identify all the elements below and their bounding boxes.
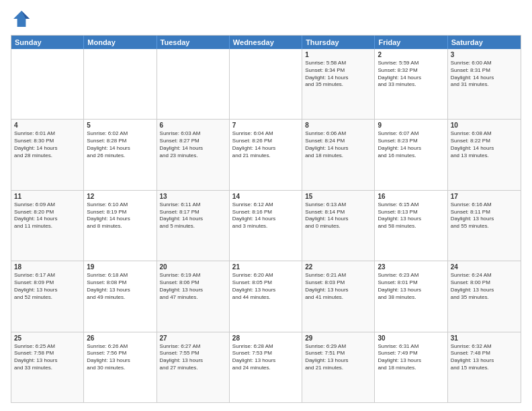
cell-info: Sunrise: 6:07 AM Sunset: 8:23 PM Dayligh… [378, 130, 444, 159]
page: SundayMondayTuesdayWednesdayThursdayFrid… [0, 0, 532, 411]
day-number: 23 [378, 263, 444, 271]
day-number: 12 [87, 193, 153, 200]
cal-cell-day-3: 3Sunrise: 6:00 AM Sunset: 8:31 PM Daylig… [448, 49, 521, 119]
cell-info: Sunrise: 6:04 AM Sunset: 8:26 PM Dayligh… [232, 130, 299, 159]
cell-info: Sunrise: 6:08 AM Sunset: 8:22 PM Dayligh… [451, 130, 518, 159]
day-number: 31 [451, 334, 518, 342]
cell-info: Sunrise: 6:19 AM Sunset: 8:06 PM Dayligh… [160, 272, 226, 301]
header-day-sunday: Sunday [11, 36, 84, 49]
day-number: 4 [14, 122, 81, 129]
header-day-tuesday: Tuesday [157, 36, 230, 49]
cal-cell-day-1: 1Sunrise: 5:58 AM Sunset: 8:34 PM Daylig… [302, 49, 375, 119]
cell-info: Sunrise: 6:17 AM Sunset: 8:09 PM Dayligh… [14, 272, 81, 301]
cell-info: Sunrise: 6:28 AM Sunset: 7:53 PM Dayligh… [232, 343, 299, 372]
day-number: 13 [160, 193, 226, 200]
day-number: 9 [378, 122, 444, 129]
cal-cell-day-23: 23Sunrise: 6:23 AM Sunset: 8:01 PM Dayli… [375, 261, 447, 331]
cal-cell-day-24: 24Sunrise: 6:24 AM Sunset: 8:00 PM Dayli… [448, 261, 521, 331]
cell-info: Sunrise: 6:31 AM Sunset: 7:49 PM Dayligh… [378, 343, 444, 372]
cell-info: Sunrise: 6:16 AM Sunset: 8:11 PM Dayligh… [451, 201, 518, 230]
day-number: 20 [160, 263, 226, 271]
cal-cell-empty [84, 49, 157, 119]
cal-cell-day-12: 12Sunrise: 6:10 AM Sunset: 8:19 PM Dayli… [84, 191, 157, 261]
calendar-row-3: 18Sunrise: 6:17 AM Sunset: 8:09 PM Dayli… [11, 261, 521, 332]
cell-info: Sunrise: 6:25 AM Sunset: 7:58 PM Dayligh… [14, 343, 81, 372]
cal-cell-empty [230, 49, 302, 119]
cal-cell-day-29: 29Sunrise: 6:29 AM Sunset: 7:51 PM Dayli… [302, 332, 375, 402]
cal-cell-day-2: 2Sunrise: 5:59 AM Sunset: 8:32 PM Daylig… [375, 49, 447, 119]
calendar-row-4: 25Sunrise: 6:25 AM Sunset: 7:58 PM Dayli… [11, 332, 521, 402]
header-day-thursday: Thursday [302, 36, 375, 49]
cal-cell-day-19: 19Sunrise: 6:18 AM Sunset: 8:08 PM Dayli… [84, 261, 157, 331]
cell-info: Sunrise: 6:15 AM Sunset: 8:13 PM Dayligh… [378, 201, 444, 230]
cell-info: Sunrise: 6:06 AM Sunset: 8:24 PM Dayligh… [305, 130, 371, 159]
cal-cell-day-27: 27Sunrise: 6:27 AM Sunset: 7:55 PM Dayli… [157, 332, 230, 402]
day-number: 1 [305, 51, 371, 58]
day-number: 6 [160, 122, 226, 129]
cal-cell-day-6: 6Sunrise: 6:03 AM Sunset: 8:27 PM Daylig… [157, 120, 230, 189]
cell-info: Sunrise: 6:13 AM Sunset: 8:14 PM Dayligh… [305, 201, 371, 230]
day-number: 21 [232, 263, 299, 271]
day-number: 10 [451, 122, 518, 129]
cal-cell-day-7: 7Sunrise: 6:04 AM Sunset: 8:26 PM Daylig… [230, 120, 302, 189]
day-number: 19 [87, 263, 153, 271]
day-number: 24 [451, 263, 518, 271]
logo [11, 8, 35, 30]
calendar-body: 1Sunrise: 5:58 AM Sunset: 8:34 PM Daylig… [11, 49, 521, 402]
cell-info: Sunrise: 6:32 AM Sunset: 7:48 PM Dayligh… [451, 343, 518, 372]
day-number: 26 [87, 334, 153, 342]
day-number: 8 [305, 122, 371, 129]
cal-cell-day-10: 10Sunrise: 6:08 AM Sunset: 8:22 PM Dayli… [448, 120, 521, 189]
cal-cell-day-11: 11Sunrise: 6:09 AM Sunset: 8:20 PM Dayli… [11, 191, 84, 261]
cell-info: Sunrise: 6:21 AM Sunset: 8:03 PM Dayligh… [305, 272, 371, 301]
day-number: 3 [451, 51, 518, 58]
header-day-saturday: Saturday [448, 36, 521, 49]
cell-info: Sunrise: 6:12 AM Sunset: 8:16 PM Dayligh… [232, 201, 299, 230]
cell-info: Sunrise: 6:09 AM Sunset: 8:20 PM Dayligh… [14, 201, 81, 230]
cal-cell-day-21: 21Sunrise: 6:20 AM Sunset: 8:05 PM Dayli… [230, 261, 302, 331]
cal-cell-day-28: 28Sunrise: 6:28 AM Sunset: 7:53 PM Dayli… [230, 332, 302, 402]
cell-info: Sunrise: 6:03 AM Sunset: 8:27 PM Dayligh… [160, 130, 226, 159]
cal-cell-day-31: 31Sunrise: 6:32 AM Sunset: 7:48 PM Dayli… [448, 332, 521, 402]
logo-icon [11, 8, 32, 30]
day-number: 17 [451, 193, 518, 200]
day-number: 28 [232, 334, 299, 342]
day-number: 30 [378, 334, 444, 342]
cal-cell-day-5: 5Sunrise: 6:02 AM Sunset: 8:28 PM Daylig… [84, 120, 157, 189]
cell-info: Sunrise: 6:10 AM Sunset: 8:19 PM Dayligh… [87, 201, 153, 230]
cell-info: Sunrise: 5:58 AM Sunset: 8:34 PM Dayligh… [305, 60, 371, 89]
cal-cell-day-18: 18Sunrise: 6:17 AM Sunset: 8:09 PM Dayli… [11, 261, 84, 331]
day-number: 15 [305, 193, 371, 200]
day-number: 5 [87, 122, 153, 129]
day-number: 27 [160, 334, 226, 342]
day-number: 2 [378, 51, 444, 58]
cell-info: Sunrise: 6:11 AM Sunset: 8:17 PM Dayligh… [160, 201, 226, 230]
cell-info: Sunrise: 6:24 AM Sunset: 8:00 PM Dayligh… [451, 272, 518, 301]
header-day-monday: Monday [84, 36, 157, 49]
cal-cell-empty [157, 49, 230, 119]
calendar-row-1: 4Sunrise: 6:01 AM Sunset: 8:30 PM Daylig… [11, 120, 521, 190]
header-day-friday: Friday [375, 36, 447, 49]
cell-info: Sunrise: 6:18 AM Sunset: 8:08 PM Dayligh… [87, 272, 153, 301]
day-number: 16 [378, 193, 444, 200]
day-number: 18 [14, 263, 81, 271]
cal-cell-day-14: 14Sunrise: 6:12 AM Sunset: 8:16 PM Dayli… [230, 191, 302, 261]
cal-cell-day-20: 20Sunrise: 6:19 AM Sunset: 8:06 PM Dayli… [157, 261, 230, 331]
cal-cell-day-8: 8Sunrise: 6:06 AM Sunset: 8:24 PM Daylig… [302, 120, 375, 189]
header-day-wednesday: Wednesday [230, 36, 302, 49]
cell-info: Sunrise: 6:02 AM Sunset: 8:28 PM Dayligh… [87, 130, 153, 159]
cell-info: Sunrise: 6:27 AM Sunset: 7:55 PM Dayligh… [160, 343, 226, 372]
calendar-row-0: 1Sunrise: 5:58 AM Sunset: 8:34 PM Daylig… [11, 49, 521, 120]
day-number: 29 [305, 334, 371, 342]
header [11, 8, 521, 30]
day-number: 7 [232, 122, 299, 129]
cell-info: Sunrise: 6:01 AM Sunset: 8:30 PM Dayligh… [14, 130, 81, 159]
cell-info: Sunrise: 6:20 AM Sunset: 8:05 PM Dayligh… [232, 272, 299, 301]
cell-info: Sunrise: 6:29 AM Sunset: 7:51 PM Dayligh… [305, 343, 371, 372]
calendar-header: SundayMondayTuesdayWednesdayThursdayFrid… [11, 36, 521, 49]
cell-info: Sunrise: 6:23 AM Sunset: 8:01 PM Dayligh… [378, 272, 444, 301]
cell-info: Sunrise: 6:26 AM Sunset: 7:56 PM Dayligh… [87, 343, 153, 372]
cal-cell-day-25: 25Sunrise: 6:25 AM Sunset: 7:58 PM Dayli… [11, 332, 84, 402]
day-number: 11 [14, 193, 81, 200]
cell-info: Sunrise: 6:00 AM Sunset: 8:31 PM Dayligh… [451, 60, 518, 89]
